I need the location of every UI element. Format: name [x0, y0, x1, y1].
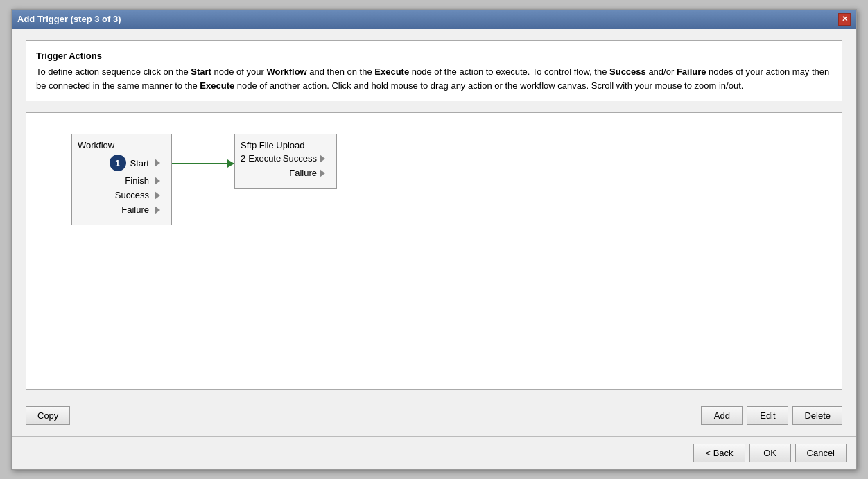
- finish-arrow-icon: [155, 177, 160, 185]
- add-button[interactable]: Add: [701, 406, 743, 425]
- copy-button[interactable]: Copy: [26, 406, 70, 425]
- canvas-area: Workflow 1 Start Finish Success: [26, 112, 842, 390]
- sftp-failure-row: Failure: [241, 168, 325, 178]
- workflow-success-arrow-icon: [155, 191, 160, 200]
- bottom-buttons: Copy Add Edit Delete: [26, 401, 842, 425]
- sftp-failure-arrow-icon: [320, 169, 325, 177]
- dialog-footer: < Back OK Cancel: [12, 436, 856, 469]
- dialog-body: Trigger Actions To define action sequenc…: [12, 29, 856, 437]
- sftp-failure-label: Failure: [289, 168, 317, 178]
- start-label: Start: [130, 158, 149, 168]
- ok-button[interactable]: OK: [749, 444, 791, 462]
- workflow-node: Workflow 1 Start Finish Success: [71, 134, 172, 225]
- badge-1: 1: [110, 155, 126, 171]
- workflow-success-label: Success: [115, 190, 149, 200]
- back-button[interactable]: < Back: [693, 444, 745, 462]
- add-trigger-dialog: Add Trigger (step 3 of 3) ✕ Trigger Acti…: [11, 9, 857, 471]
- dialog-titlebar: Add Trigger (step 3 of 3) ✕: [12, 10, 856, 29]
- dialog-title: Add Trigger (step 3 of 3): [17, 14, 121, 24]
- sftp-node: Sftp File Upload 2 Execute Success Failu…: [234, 134, 337, 189]
- sftp-execute-row: 2 Execute Success: [241, 153, 325, 164]
- info-description: To define action sequence click on the S…: [36, 67, 829, 91]
- edit-button[interactable]: Edit: [747, 406, 788, 425]
- workflow-failure-row: Failure: [78, 204, 160, 215]
- cancel-button[interactable]: Cancel: [795, 444, 847, 462]
- success-label: Success: [283, 153, 317, 164]
- start-arrow-icon: [155, 159, 160, 167]
- workflow-success-row: Success: [78, 190, 160, 200]
- bottom-left-buttons: Copy: [26, 406, 70, 425]
- workflow-failure-label: Failure: [121, 204, 149, 215]
- workflow-failure-arrow-icon: [155, 206, 160, 214]
- connection-arrow: [172, 163, 234, 164]
- delete-button[interactable]: Delete: [792, 406, 842, 425]
- workflow-start-row: 1 Start: [78, 155, 160, 171]
- close-button[interactable]: ✕: [838, 13, 851, 26]
- execute-label: Execute: [248, 153, 281, 164]
- workflow-node-title: Workflow: [78, 140, 160, 150]
- sftp-success-arrow-icon: [320, 155, 325, 163]
- info-box: Trigger Actions To define action sequenc…: [26, 40, 842, 102]
- badge-2: 2: [241, 153, 245, 164]
- workflow-finish-row: Finish: [78, 175, 160, 186]
- sftp-node-title: Sftp File Upload: [241, 140, 325, 150]
- section-title: Trigger Actions: [36, 49, 832, 63]
- bottom-right-buttons: Add Edit Delete: [701, 406, 842, 425]
- finish-label: Finish: [125, 175, 149, 186]
